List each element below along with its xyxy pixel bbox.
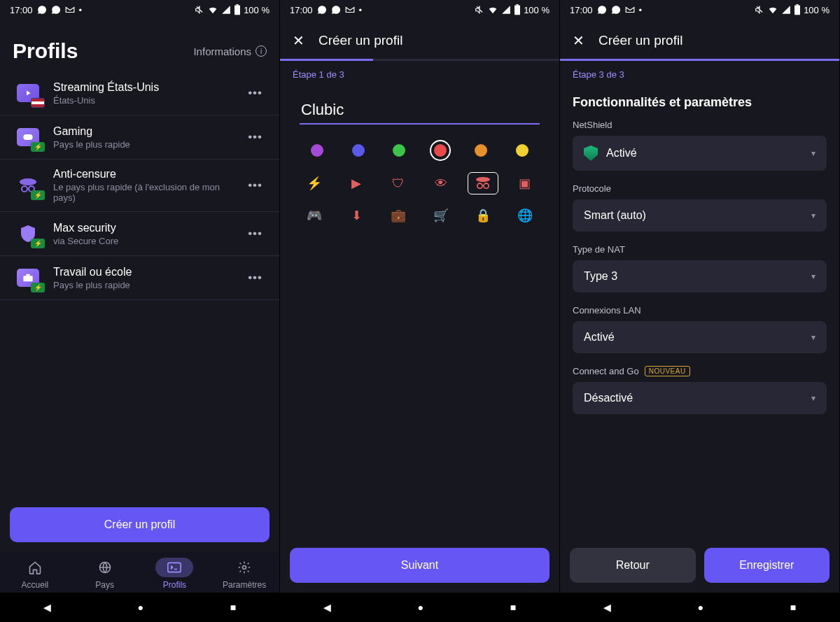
profile-list: Streaming États-Unis États-Unis ••• ⚡ Ga… [0,71,279,497]
chat-icon [611,5,621,15]
color-red[interactable] [434,144,447,157]
back-button[interactable]: Retour [570,548,696,583]
back-icon[interactable]: ◀ [603,602,611,613]
back-icon[interactable]: ◀ [323,602,331,613]
recents-icon[interactable]: ■ [230,602,236,613]
profile-sub: via Secure Core [53,236,234,246]
netshield-dropdown[interactable]: Activé ▾ [573,136,827,171]
info-icon: i [255,45,267,57]
whatsapp-icon [597,5,607,15]
chevron-down-icon: ▾ [811,393,816,403]
create-profile-button[interactable]: Créer un profil [10,507,270,542]
status-bar: 17:00 • 100 % [560,0,839,20]
save-button[interactable]: Enregistrer [704,548,830,583]
dropdown-value: Activé [584,331,615,344]
more-dot-icon: • [359,5,363,15]
chevron-down-icon: ▾ [811,332,816,342]
gmail-icon [625,6,635,14]
home-dot-icon[interactable]: ● [418,602,424,613]
home-dot-icon[interactable]: ● [698,602,704,613]
modal-title: Créer un profil [598,33,682,48]
signal-icon [221,5,231,15]
gmail-icon [345,6,355,14]
next-button[interactable]: Suivant [290,548,550,583]
bolt-icon: ⚡ [31,142,45,152]
profile-name: Max security [53,222,234,234]
profile-item-anticensor[interactable]: ⚡ Anti-censure Le pays plus rapide (à l'… [0,160,279,212]
color-purple[interactable] [311,144,323,157]
nav-countries[interactable]: Pays [70,558,140,590]
system-nav: ◀ ● ■ [560,593,839,622]
status-bar: 17:00 • 100 % [0,0,279,20]
svg-point-13 [476,177,490,182]
lan-dropdown[interactable]: Activé ▾ [573,321,827,353]
profile-sub: États-Unis [53,95,234,106]
icon-lock[interactable]: 🔒 [468,204,498,227]
icon-incognito[interactable] [468,172,498,195]
icon-bolt[interactable]: ⚡ [299,172,330,195]
gear-icon [237,560,251,574]
system-nav: ◀ ● ■ [280,593,559,622]
profile-item-streaming[interactable]: Streaming États-Unis États-Unis ••• [0,71,279,115]
color-orange[interactable] [475,144,487,157]
bottom-nav: Accueil Pays Profils Paramètres [0,552,279,593]
page-header: Profils Informations i [0,20,279,71]
profile-sub: Pays le plus rapide [53,280,234,290]
info-link[interactable]: Informations i [193,45,267,57]
home-dot-icon[interactable]: ● [138,602,144,613]
status-time: 17:00 [570,5,593,15]
protocol-dropdown[interactable]: Smart (auto) ▾ [573,199,827,232]
close-icon[interactable]: ✕ [573,32,584,49]
nav-profiles[interactable]: Profils [140,558,210,590]
section-title: Fonctionnalités et paramètres [573,95,827,110]
profile-name-input[interactable] [300,97,540,125]
battery-icon [514,4,521,15]
profile-name: Anti-censure [53,168,234,181]
nav-settings[interactable]: Paramètres [209,558,279,590]
icon-picker: ⚡ ▶ 🛡 👁 ▣ 🎮 ⬇ 💼 🛒 🔒 🌐 [280,165,559,234]
nat-dropdown[interactable]: Type 3 ▾ [573,260,827,292]
icon-play[interactable]: ▶ [341,172,372,195]
icon-cart[interactable]: 🛒 [426,204,456,227]
icon-globe-cursor[interactable]: 🌐 [510,204,540,227]
whatsapp-icon [317,5,327,15]
icon-download[interactable]: ⬇ [341,204,372,227]
modal-title: Créer un profil [318,33,402,48]
terminal-icon [167,562,181,573]
more-button[interactable]: ••• [244,82,267,104]
more-button[interactable]: ••• [244,126,267,148]
icon-briefcase[interactable]: 💼 [383,204,414,227]
battery-percent: 100 % [244,5,270,15]
icon-eye-off[interactable]: 👁 [426,172,456,195]
color-picker [280,129,559,165]
more-button[interactable]: ••• [244,174,267,197]
icon-shield[interactable]: 🛡 [383,172,414,195]
nav-home[interactable]: Accueil [0,558,70,590]
back-icon[interactable]: ◀ [43,602,51,613]
color-yellow[interactable] [516,144,528,157]
more-dot-icon: • [639,5,643,15]
status-time: 17:00 [10,5,33,15]
profile-item-work[interactable]: ⚡ Travail ou école Pays le plus rapide •… [0,256,279,300]
usa-flag-icon [31,98,45,108]
recents-icon[interactable]: ■ [510,602,516,613]
close-icon[interactable]: ✕ [293,32,304,49]
color-green[interactable] [393,144,405,157]
chat-icon [51,5,61,15]
more-button[interactable]: ••• [244,267,267,289]
svg-rect-2 [23,134,32,140]
more-button[interactable]: ••• [244,222,267,245]
icon-gamepad[interactable]: 🎮 [299,204,330,227]
profile-sub: Pays le plus rapide [53,139,234,150]
svg-point-15 [484,183,489,188]
profile-item-gaming[interactable]: ⚡ Gaming Pays le plus rapide ••• [0,115,279,160]
wifi-icon [207,5,218,15]
svg-rect-0 [234,6,240,15]
icon-terminal[interactable]: ▣ [510,172,540,195]
cng-dropdown[interactable]: Désactivé ▾ [573,382,827,414]
recents-icon[interactable]: ■ [790,602,796,613]
svg-rect-11 [514,6,520,15]
globe-icon [98,560,112,574]
profile-item-maxsec[interactable]: ⚡ Max security via Secure Core ••• [0,212,279,256]
color-blue[interactable] [352,144,365,157]
